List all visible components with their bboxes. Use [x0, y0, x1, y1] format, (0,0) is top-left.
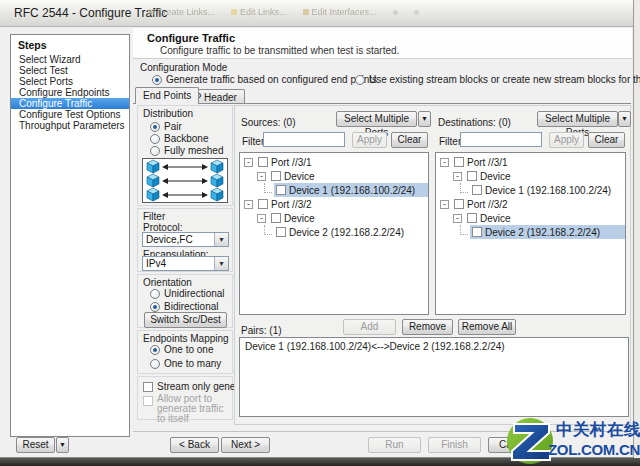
radio-fully-meshed[interactable]: Fully meshed [150, 145, 223, 156]
tree-row-device-2-selected[interactable]: Device 2 (192.168.2.2/24) [436, 225, 625, 239]
distribution-group: Distribution Pair Backbone Fully meshed [137, 105, 233, 206]
collapse-icon[interactable]: - [244, 200, 253, 209]
remove-pair-button[interactable]: Remove [402, 319, 453, 335]
checkbox-icon[interactable] [472, 227, 482, 237]
background-toolbar-item: Edit Interfaces... [303, 7, 377, 17]
sources-apply-button: Apply [352, 132, 387, 148]
destinations-filter-input[interactable] [460, 132, 542, 147]
tab-separator [133, 103, 631, 104]
tree-row-device[interactable]: - Device [436, 211, 625, 225]
tree-row-device[interactable]: - Device [240, 169, 428, 183]
pair-topology-diagram [142, 158, 228, 203]
back-button[interactable]: < Back [170, 437, 219, 453]
destinations-clear-button[interactable]: Clear [588, 132, 625, 148]
step-configure-test-options[interactable]: Configure Test Options [11, 109, 129, 120]
destinations-apply-button: Apply [549, 132, 584, 148]
collapse-icon[interactable]: - [453, 214, 462, 223]
tree-row-port-3-2[interactable]: - Port //3/2 [240, 197, 428, 211]
tree-row-port-3-2[interactable]: - Port //3/2 [436, 197, 625, 211]
radio-pair[interactable]: Pair [150, 121, 182, 132]
radio-unidirectional[interactable]: Unidirectional [150, 288, 225, 299]
chevron-down-icon[interactable]: ▼ [214, 257, 228, 270]
reset-dropdown-icon[interactable]: ▼ [56, 437, 69, 453]
remove-all-pairs-button[interactable]: Remove All [458, 319, 516, 335]
step-configure-endpoints[interactable]: Configure Endpoints [11, 87, 129, 98]
checkbox-icon[interactable] [258, 199, 268, 209]
collapse-icon[interactable]: - [440, 200, 449, 209]
run-button: Run [368, 437, 421, 453]
checkbox-icon[interactable] [271, 171, 281, 181]
sources-filter-input[interactable] [263, 132, 345, 147]
tab-end-points[interactable]: End Points [135, 87, 199, 104]
radio-icon [150, 345, 160, 355]
collapse-icon[interactable]: - [244, 158, 253, 167]
filter-label: Filter [138, 209, 232, 222]
tree-connector [460, 225, 468, 235]
tree-row-port-3-1[interactable]: - Port //3/1 [240, 155, 428, 169]
orientation-label: Orientation [138, 275, 232, 288]
switch-src-dest-button[interactable]: Switch Src/Dest [144, 312, 227, 328]
radio-one-to-one[interactable]: One to one [150, 344, 213, 355]
radio-icon [355, 75, 365, 85]
encapsulation-select[interactable]: IPv4 ▼ [142, 256, 229, 271]
tree-row-device[interactable]: - Device [436, 169, 625, 183]
destinations-tree[interactable]: - Port //3/1 - Device Device 1 (192.168.… [435, 152, 626, 315]
checkbox-icon[interactable] [258, 157, 268, 167]
destinations-select-ports-dropdown-icon[interactable]: ▼ [618, 111, 631, 127]
radio-generate-traffic[interactable]: Generate traffic based on configured end… [152, 74, 377, 85]
background-window-toolbar: Create Links... Edit Links... Edit Inter… [148, 5, 419, 19]
checkbox-icon[interactable] [454, 157, 464, 167]
pair-item[interactable]: Device 1 (192.168.100.2/24)<-->Device 2 … [240, 338, 628, 355]
background-toolbar-item: Create Links... [148, 7, 215, 17]
checkbox-icon [143, 382, 153, 392]
page-header: Configure Traffic Configure traffic to b… [133, 28, 632, 59]
collapse-icon[interactable]: - [453, 172, 462, 181]
sources-select-ports-dropdown-icon[interactable]: ▼ [418, 111, 431, 127]
radio-one-to-many[interactable]: One to many [150, 358, 221, 369]
collapse-icon[interactable]: - [257, 214, 266, 223]
sources-select-multiple-ports-button[interactable]: Select Multiple Ports [336, 111, 417, 127]
toolbar-icon [303, 9, 309, 15]
checkbox-icon[interactable] [472, 185, 482, 195]
step-throughput-parameters[interactable]: Throughput Parameters [11, 120, 129, 131]
radio-bidirectional[interactable]: Bidirectional [150, 301, 218, 312]
step-select-ports[interactable]: Select Ports [11, 76, 129, 87]
watermark-text-cn: 中关村在线 [556, 419, 640, 441]
reset-button[interactable]: Reset [16, 437, 55, 453]
background-toolbar-item: Edit Links... [231, 7, 287, 17]
tree-connector [460, 183, 468, 193]
checkbox-allow-port-self-traffic: Allow port to generate traffic to itself [143, 394, 229, 424]
toolbar-icon [148, 9, 154, 15]
checkbox-icon[interactable] [467, 171, 477, 181]
title-bar[interactable]: RFC 2544 - Configure Traffic Create Link… [0, 0, 633, 27]
pairs-list[interactable]: Device 1 (192.168.100.2/24)<-->Device 2 … [239, 337, 629, 417]
tree-row-device-1[interactable]: Device 1 (192.168.100.2/24) [436, 183, 625, 197]
checkbox-icon[interactable] [454, 199, 464, 209]
destinations-select-multiple-ports-button[interactable]: Select Multiple Ports [537, 111, 618, 127]
endpoints-mapping-group: Endpoints Mapping One to one One to many [137, 330, 233, 374]
radio-icon [152, 75, 162, 85]
sources-tree[interactable]: - Port //3/1 - Device Device 1 (192.168.… [239, 152, 429, 315]
step-select-test[interactable]: Select Test [11, 65, 129, 76]
step-configure-traffic-active[interactable]: Configure Traffic [11, 98, 129, 109]
tree-row-port-3-1[interactable]: - Port //3/1 [436, 155, 625, 169]
sources-clear-button[interactable]: Clear [391, 132, 428, 148]
step-select-wizard[interactable]: Select Wizard [11, 54, 129, 65]
radio-use-existing-streams[interactable]: Use existing stream blocks or create new… [355, 74, 640, 85]
checkbox-icon[interactable] [276, 227, 286, 237]
tree-row-device-2[interactable]: Device 2 (192.168.2.2/24) [240, 225, 428, 239]
collapse-icon[interactable]: - [257, 172, 266, 181]
checkbox-icon[interactable] [271, 213, 281, 223]
tree-row-device[interactable]: - Device [240, 211, 428, 225]
next-button[interactable]: Next > [221, 437, 270, 453]
collapse-icon[interactable]: - [440, 158, 449, 167]
checkbox-icon[interactable] [276, 185, 286, 195]
checkbox-icon [143, 396, 153, 406]
protocol-select[interactable]: Device,FC ▼ [142, 232, 229, 247]
radio-backbone[interactable]: Backbone [150, 133, 208, 144]
finish-button: Finish [428, 437, 481, 453]
tree-row-device-1-selected[interactable]: Device 1 (192.168.100.2/24) [240, 183, 428, 197]
page-title: Configure Traffic [147, 32, 235, 44]
checkbox-icon[interactable] [467, 213, 477, 223]
chevron-down-icon[interactable]: ▼ [214, 233, 228, 246]
